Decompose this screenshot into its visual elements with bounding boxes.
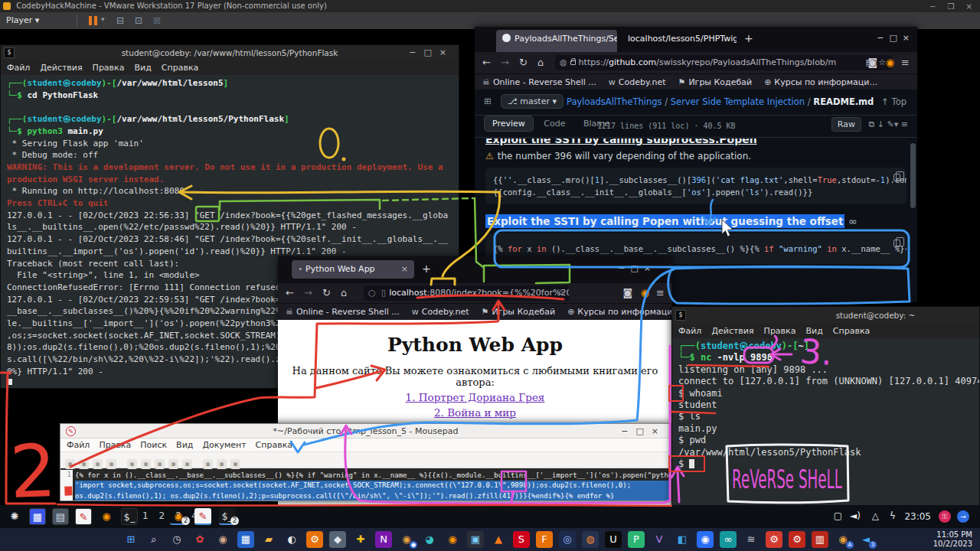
menu-item-Вид[interactable]: Вид [134,63,151,73]
player-menu[interactable]: Player ▾ [6,15,39,25]
menu-item-Справка[interactable]: Справка [256,440,292,450]
app-menu-icon[interactable]: ✺ [6,508,23,525]
shield-icon[interactable]: ○ [368,288,376,298]
file-explorer-icon[interactable]: ▰ [260,531,277,548]
portrait-app-icon[interactable]: ◉ [214,531,231,548]
pocket-shield-icon[interactable]: ◙ [622,287,632,298]
copy-icon[interactable] [893,240,900,247]
menu-item-Файл[interactable]: Файл [678,326,701,336]
reload-icon[interactable]: ↻ [519,57,528,68]
code-block-1[interactable]: {{''.__class__.mro()[1].__subclasses__()… [485,168,906,204]
vmware-workstation-icon[interactable]: ◆ [329,531,346,548]
replace-icon[interactable]: ▪ [217,459,227,469]
vmware-window-controls[interactable]: − ❐ × [929,1,977,13]
editor-code[interactable]: {% for x in ().__class__.__base__.__subc… [73,470,671,500]
blender-icon[interactable]: ◍ [582,531,599,548]
breadcrumb-dir[interactable]: Server Side Template Injection [671,96,805,107]
red-toolbox-icon[interactable]: ▥ [812,531,828,548]
window-list-icon[interactable]: ▢ [834,510,842,521]
book-link-2[interactable]: 2. Война и мир [278,406,672,419]
bookmark-item[interactable]: ⚑Игры Кодебай [678,77,753,87]
bookmark-item[interactable]: wCodeby.net [412,307,469,317]
calendar-icon[interactable]: ▦ [237,531,254,548]
window-controls[interactable]: −□× [409,45,454,60]
readme-heading-2[interactable]: Exploit the SSTI by calling Popen withou… [485,215,906,227]
arduino-icon[interactable]: ∞ [720,531,737,548]
vmware-tools-icon[interactable]: ⚙ [306,531,323,548]
mousepad-icon[interactable]: ✎ [75,508,92,525]
window-controls[interactable]: −□× [621,424,666,439]
pycharm-icon[interactable]: P [628,531,645,548]
dark-circle-app-icon[interactable]: ◎ [559,531,576,548]
chrome-icon[interactable]: ◉● [398,531,415,548]
maps-pin-icon[interactable]: ◉ [697,531,714,548]
link-icon[interactable]: ∞ [848,215,857,227]
editor-code-line[interactable]: {% for x in ().__class__.__base__.__subc… [75,471,671,481]
search-icon[interactable]: ⌕ [145,531,162,548]
hub-app-icon[interactable]: ✿ [191,531,208,548]
visual-studio-icon[interactable]: V [651,531,668,548]
outline-icon[interactable]: ≡ [901,119,908,129]
new-tab-button[interactable]: + [422,262,431,275]
task-mousepad[interactable]: ✎ [194,508,211,525]
bookmark-item[interactable]: ☠Online - Reverse Shell ... [482,77,596,87]
f-app-icon[interactable]: F [536,531,553,548]
breadcrumb[interactable]: PayloadsAllTheThings / Server Side Templ… [567,96,874,107]
pause-dropdown-icon[interactable]: ▾ [101,15,105,23]
substance-icon[interactable]: S [513,531,530,548]
onenote-icon[interactable]: N [375,531,392,548]
home-icon[interactable]: ⌂ [341,287,347,298]
telegram-icon[interactable]: ◄3 [858,531,874,548]
chrome-profile-icon[interactable]: ◉A [835,531,851,548]
edge-icon[interactable]: ◕ [421,531,438,548]
camera-app-icon[interactable]: ◐ [283,531,300,548]
vm-clock[interactable]: 23:05 [904,511,931,522]
bookmark-star-icon[interactable]: ☆ [878,55,886,70]
menu-item-Справка[interactable]: Справка [162,63,198,73]
bookmark-star-icon[interactable]: ☆ [557,285,564,301]
menu-item-Действия[interactable]: Действия [40,63,82,73]
branch-selector[interactable]: ⎇ master ▾ [501,94,564,109]
find-icon[interactable]: ▪ [203,459,213,469]
terminal-icon[interactable]: $_ [121,508,138,525]
terminal-menubar[interactable]: ФайлДействияПравкаВидСправка [672,324,979,338]
menu-item-Вид[interactable]: Вид [805,326,822,336]
window-controls[interactable]: − □ × [618,263,651,273]
book-link-1[interactable]: 1. Портрет Дориана Грея [278,391,672,403]
menu-item-Документ[interactable]: Документ [202,440,246,450]
firefox-icon[interactable]: ◉ [98,508,115,525]
menu-item-Справка[interactable]: Справка [833,326,870,336]
home-icon[interactable]: ⌂ [537,57,544,68]
editor-body[interactable]: 1 {% for x in ().__class__.__base__.__su… [60,470,671,500]
new-tab-button[interactable]: + [744,32,753,44]
terminal-titlebar[interactable]: $ student@codeby: /var/www/html/lesson5/… [1,45,459,60]
menu-item-Файл[interactable]: Файл [7,63,30,73]
menu-item-Файл[interactable]: Файл [67,440,90,450]
cut-icon[interactable]: ▪ [155,459,165,469]
menu-item-Вид[interactable]: Вид [176,440,193,450]
windows-clock[interactable]: 11:05 PM 10/2/2023 [933,530,972,549]
open-icon[interactable]: ▪ [79,459,89,469]
paste-icon[interactable]: ▪ [182,459,192,469]
menu-item-Действия[interactable]: Действия [711,326,753,336]
raw-button[interactable]: Raw [831,117,861,132]
editor-titlebar[interactable]: ✎ *~/Рабочий стол/tmp_lesson_5 - Mousepa… [60,424,671,439]
editor-menubar[interactable]: ФайлПравкаПоискВидДокументСправка [60,439,671,452]
menu-item-Правка[interactable]: Правка [93,63,125,73]
terminal-titlebar[interactable]: $ student@codeby: ~ [672,307,979,324]
copy-icon[interactable] [893,174,900,181]
network-sync-icon[interactable]: → [957,510,969,523]
edit-pencil-icon[interactable]: ✎▾ [887,119,899,129]
pocket-shield-icon[interactable]: ◙ [867,57,877,68]
menu-hamburger-icon[interactable]: ≡ [901,57,910,68]
back-to-top-link[interactable]: ↑ Top [881,96,906,107]
menu-item-Правка[interactable]: Правка [99,440,131,450]
firefox-account-icon[interactable]: ◉ [886,57,894,68]
file-manager-icon[interactable]: ▤ [52,508,69,525]
pause-icon[interactable] [94,16,97,25]
shield-icon[interactable]: ◍ [560,57,567,67]
bookmarks-bar[interactable]: ☠Online - Reverse Shell ...wCodeby.net⚑И… [475,73,917,90]
vscode-icon[interactable]: ◧ [674,531,691,548]
close-tab-icon[interactable]: × [401,260,408,279]
copy-icon[interactable]: ▪ [168,459,178,469]
